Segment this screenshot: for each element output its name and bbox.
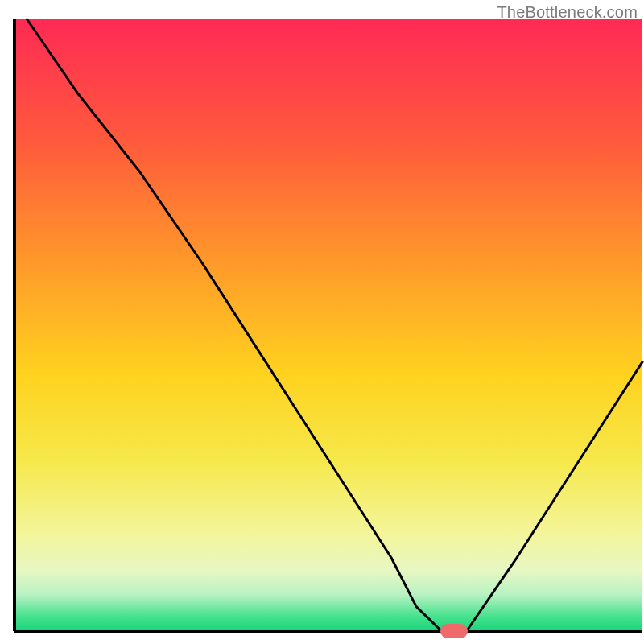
attribution-label: TheBottleneck.com: [497, 3, 638, 22]
optimal-marker: [440, 624, 468, 638]
chart-container: TheBottleneck.com: [0, 0, 644, 644]
bottleneck-chart: [0, 0, 644, 644]
plot-area: [14, 19, 642, 631]
